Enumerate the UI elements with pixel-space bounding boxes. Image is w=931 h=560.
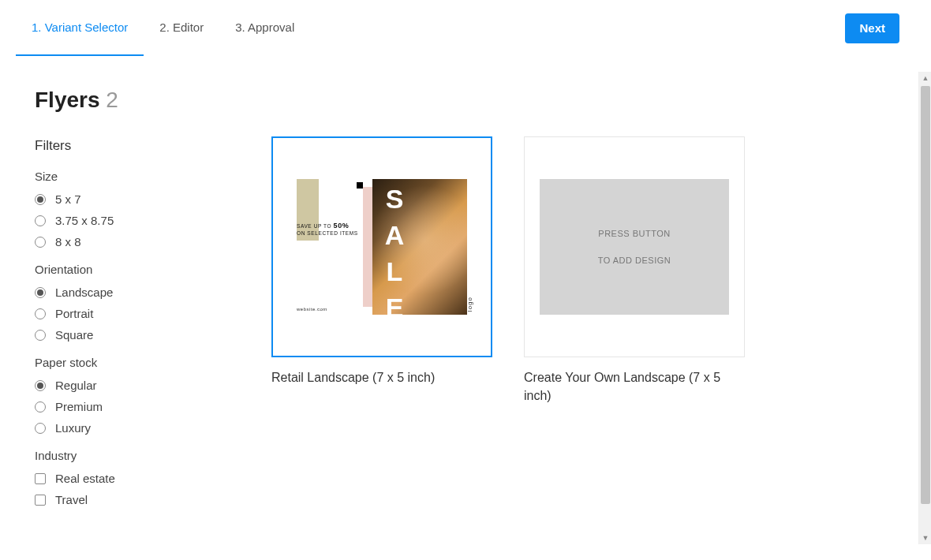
flyer-sale-word: SALE — [379, 184, 409, 315]
checkbox-icon[interactable] — [35, 495, 46, 506]
flyer-promo-text: SAVE UP TO 50%ON SELECTED ITEMS — [297, 221, 358, 237]
radio-icon[interactable] — [35, 194, 46, 205]
filter-option-label: Portrait — [55, 307, 93, 320]
template-label: Retail Landscape (7 x 5 inch) — [271, 368, 492, 386]
filter-option-label: Regular — [55, 379, 97, 392]
filter-group-title: Orientation — [35, 263, 240, 276]
placeholder-line1: PRESS BUTTON — [598, 229, 670, 238]
templates-grid: SAVE UP TO 50%ON SELECTED ITEMSwebsite.c… — [271, 136, 745, 560]
radio-icon[interactable] — [35, 308, 46, 319]
scroll-up-arrow[interactable]: ▲ — [919, 72, 931, 84]
decor-square — [357, 182, 363, 189]
wizard-step-3[interactable]: 3. Approval — [219, 0, 310, 56]
scroll-down-arrow[interactable]: ▼ — [919, 532, 931, 544]
scrollbar[interactable]: ▲ ▼ — [918, 72, 931, 544]
filter-group-title: Paper stock — [35, 356, 240, 369]
filters-panel: Filters Size5 x 73.75 x 8.758 x 8Orienta… — [35, 138, 240, 506]
page-title-text: Flyers — [35, 88, 100, 112]
flyer-photo: SALE — [372, 179, 467, 315]
radio-icon[interactable] — [35, 380, 46, 391]
placeholder-line2: TO ADD DESIGN — [598, 256, 671, 265]
filter-group-title: Industry — [35, 449, 240, 462]
radio-icon[interactable] — [35, 237, 46, 248]
filter-option-label: 3.75 x 8.75 — [55, 214, 114, 227]
wizard-steps: 1. Variant Selector2. Editor3. Approval — [16, 0, 310, 56]
flyer-logo-text: logo — [466, 297, 473, 312]
flyer-website: website.com — [297, 307, 327, 312]
filter-option[interactable]: Square — [35, 328, 240, 342]
content-wrap: Flyers 2 Filters Size5 x 73.75 x 8.758 x… — [0, 56, 931, 560]
wizard-step-1[interactable]: 1. Variant Selector — [16, 0, 144, 56]
filter-option-label: Square — [55, 328, 93, 342]
left-column: Flyers 2 Filters Size5 x 73.75 x 8.758 x… — [35, 88, 240, 560]
filter-option[interactable]: Regular — [35, 379, 240, 392]
template-thumbnail[interactable]: PRESS BUTTONTO ADD DESIGN — [524, 136, 745, 357]
top-bar: 1. Variant Selector2. Editor3. Approval … — [0, 0, 931, 56]
radio-icon[interactable] — [35, 287, 46, 298]
template-card[interactable]: PRESS BUTTONTO ADD DESIGNCreate Your Own… — [524, 136, 745, 560]
filter-option[interactable]: Portrait — [35, 307, 240, 320]
filter-option-label: Landscape — [55, 286, 113, 299]
placeholder-design: PRESS BUTTONTO ADD DESIGN — [540, 179, 729, 315]
radio-icon[interactable] — [35, 330, 46, 341]
filter-option[interactable]: 5 x 7 — [35, 192, 240, 206]
page-title: Flyers 2 — [35, 88, 240, 113]
radio-icon[interactable] — [35, 401, 46, 413]
template-label: Create Your Own Landscape (7 x 5 inch) — [524, 368, 745, 405]
radio-icon[interactable] — [35, 423, 46, 434]
checkbox-icon[interactable] — [35, 473, 46, 484]
content: Flyers 2 Filters Size5 x 73.75 x 8.758 x… — [0, 56, 931, 560]
filter-option[interactable]: 3.75 x 8.75 — [35, 214, 240, 227]
filter-option[interactable]: Premium — [35, 400, 240, 413]
wizard-step-2[interactable]: 2. Editor — [144, 0, 219, 56]
radio-icon[interactable] — [35, 215, 46, 226]
filter-option-label: Luxury — [55, 421, 91, 435]
filter-group-title: Size — [35, 170, 240, 183]
filter-option[interactable]: Luxury — [35, 421, 240, 435]
template-card[interactable]: SAVE UP TO 50%ON SELECTED ITEMSwebsite.c… — [271, 136, 492, 560]
filter-option-label: Travel — [55, 493, 88, 506]
filters-title: Filters — [35, 138, 240, 154]
scrollbar-thumb[interactable] — [921, 86, 930, 504]
decor-pink-bar — [363, 187, 372, 307]
filter-option[interactable]: Real estate — [35, 472, 240, 485]
filter-option-label: Real estate — [55, 472, 115, 485]
retail-flyer-preview: SAVE UP TO 50%ON SELECTED ITEMSwebsite.c… — [287, 179, 477, 315]
filter-option[interactable]: Landscape — [35, 286, 240, 299]
filter-option-label: 5 x 7 — [55, 192, 81, 206]
filter-option[interactable]: Travel — [35, 493, 240, 506]
results-count: 2 — [106, 88, 118, 112]
template-thumbnail[interactable]: SAVE UP TO 50%ON SELECTED ITEMSwebsite.c… — [271, 136, 492, 357]
filter-option[interactable]: 8 x 8 — [35, 235, 240, 248]
filter-option-label: Premium — [55, 400, 103, 413]
filter-option-label: 8 x 8 — [55, 235, 81, 248]
next-button[interactable]: Next — [845, 13, 899, 43]
